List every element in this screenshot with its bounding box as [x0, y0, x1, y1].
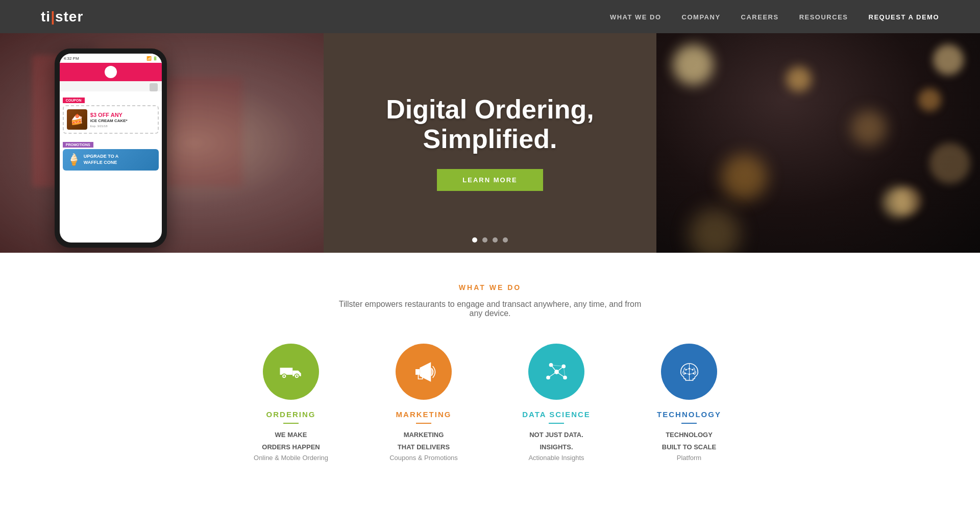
promo-image: 🍦	[67, 153, 81, 166]
data-science-sub2: INSIGHTS.	[540, 442, 573, 452]
phone-logo	[105, 66, 117, 78]
nav-item-company[interactable]: COMPANY	[682, 12, 721, 21]
data-science-icon-circle	[528, 344, 584, 400]
logo[interactable]: ti|ster	[41, 9, 83, 25]
ordering-icon-circle	[263, 344, 319, 400]
truck-icon	[277, 358, 305, 386]
megaphone-icon	[410, 358, 438, 386]
promo-label: PROMOTIONS	[63, 142, 93, 148]
technology-sub1: TECHNOLOGY	[666, 430, 713, 440]
slider-dots	[472, 237, 508, 243]
hero-right-bg	[656, 33, 980, 253]
marketing-title: MARKETING	[396, 410, 452, 419]
hero-section: 4:32 PM 📶 🔋 COUPON 🍰	[0, 33, 980, 253]
ordering-divider	[283, 423, 299, 424]
phone-nav-bar	[60, 81, 162, 91]
ordering-detail: Online & Mobile Ordering	[254, 454, 328, 462]
phone-mockup: 4:32 PM 📶 🔋 COUPON 🍰	[39, 49, 182, 253]
technology-title: TECHNOLOGY	[657, 410, 721, 419]
coupon-card: 🍰 $3 OFF ANY ICE CREAM CAKE* Exp. 3/21/1…	[63, 105, 159, 134]
feature-technology: TECHNOLOGY TECHNOLOGY BUILT TO SCALE Pla…	[643, 344, 735, 462]
marketing-sub2: THAT DELIVERS	[398, 442, 450, 452]
ordering-sub1: WE MAKE	[275, 430, 307, 440]
feature-ordering: ORDERING WE MAKE ORDERS HAPPEN Online & …	[245, 344, 337, 462]
slider-dot-1[interactable]	[472, 237, 477, 243]
coupon-label: COUPON	[63, 98, 85, 103]
marketing-sub1: MARKETING	[404, 430, 444, 440]
hero-title: Digital Ordering, Simplified.	[334, 95, 647, 153]
data-science-divider	[549, 423, 564, 424]
features-grid: ORDERING WE MAKE ORDERS HAPPEN Online & …	[209, 344, 771, 462]
nav-item-careers[interactable]: CAREERS	[741, 12, 779, 21]
feature-data-science: DATA SCIENCE NOT JUST DATA. INSIGHTS. Ac…	[510, 344, 602, 462]
technology-detail: Platform	[677, 454, 701, 462]
ordering-sub2: ORDERS HAPPEN	[262, 442, 320, 452]
section-tag: WHAT WE DO	[10, 283, 970, 292]
data-science-detail: Actionable Insights	[528, 454, 584, 462]
what-we-do-section: WHAT WE DO Tillster empowers restaurants…	[0, 253, 980, 482]
feature-marketing: MARKETING MARKETING THAT DELIVERS Coupon…	[378, 344, 470, 462]
coupon-expiry: Exp. 3/21/18	[90, 125, 128, 128]
phone-status-bar: 4:32 PM 📶 🔋	[60, 54, 162, 63]
data-science-title: DATA SCIENCE	[522, 410, 591, 419]
nav-item-resources[interactable]: RESOURCES	[799, 12, 848, 21]
slider-dot-2[interactable]	[482, 237, 487, 243]
technology-icon-circle	[661, 344, 717, 400]
data-network-icon	[543, 358, 571, 386]
slider-dot-4[interactable]	[503, 237, 508, 243]
logo-text: ti|ster	[41, 9, 83, 25]
technology-sub2: BUILT TO SCALE	[662, 442, 716, 452]
marketing-divider	[416, 423, 431, 424]
svg-line-11	[551, 365, 556, 372]
svg-line-10	[548, 372, 557, 377]
svg-line-14	[551, 365, 564, 366]
slider-dot-3[interactable]	[493, 237, 498, 243]
promo-card: 🍦 UPGRADE TO A WAFFLE CONE	[63, 149, 159, 171]
nav-item-request-demo[interactable]: REQUEST A DEMO	[869, 12, 940, 21]
section-description: Tillster empowers restaurants to engage …	[337, 300, 643, 318]
ordering-title: ORDERING	[266, 410, 316, 419]
svg-point-2	[283, 375, 285, 377]
svg-line-13	[556, 372, 565, 377]
learn-more-button[interactable]: LEARN MORE	[437, 169, 543, 191]
navbar: ti|ster WHAT WE DO COMPANY CAREERS RESOU…	[0, 0, 980, 33]
technology-divider	[681, 423, 697, 424]
hero-content: Digital Ordering, Simplified. LEARN MORE	[324, 33, 657, 253]
coupon-section: COUPON 🍰 $3 OFF ANY ICE CREAM CAKE* Exp.…	[60, 91, 162, 137]
phone-header	[60, 63, 162, 81]
marketing-detail: Coupons & Promotions	[389, 454, 458, 462]
marketing-icon-circle	[396, 344, 452, 400]
data-science-sub1: NOT JUST DATA.	[529, 430, 583, 440]
nav-item-what-we-do[interactable]: WHAT WE DO	[610, 12, 662, 21]
brain-icon	[675, 358, 703, 386]
nav-links: WHAT WE DO COMPANY CAREERS RESOURCES REQ…	[610, 12, 939, 21]
promotion-section: PROMOTIONS 🍦 UPGRADE TO A WAFFLE CONE	[60, 137, 162, 173]
coupon-image: 🍰	[67, 109, 87, 130]
svg-point-3	[296, 375, 297, 377]
svg-line-12	[556, 366, 564, 372]
